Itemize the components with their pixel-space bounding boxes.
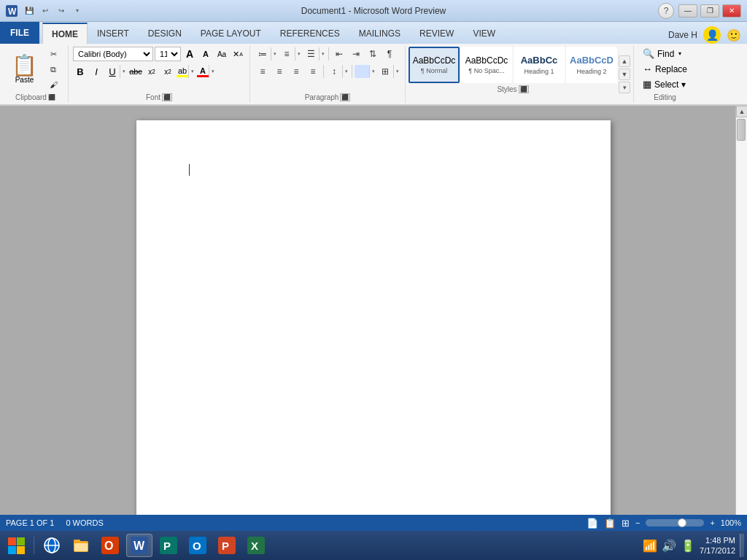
- zoom-slider[interactable]: [646, 519, 704, 526]
- zoom-thumb[interactable]: [678, 518, 686, 527]
- font-name-dropdown[interactable]: Calibri (Body): [73, 47, 153, 61]
- line-spacing-dropdown[interactable]: ▾: [342, 65, 349, 78]
- find-button[interactable]: 🔍 Find ▾: [638, 47, 686, 61]
- tab-mailings[interactable]: MAILINGS: [349, 22, 410, 44]
- taskbar-clock[interactable]: 1:48 PM 7/17/2012: [700, 535, 735, 556]
- multilevel-button[interactable]: ☰: [303, 47, 319, 61]
- font-shrink-button[interactable]: A: [198, 47, 213, 61]
- multilevel-dropdown[interactable]: ▾: [319, 47, 326, 61]
- superscript-button[interactable]: x2: [160, 64, 175, 79]
- tray-battery[interactable]: 🔋: [681, 539, 695, 553]
- show-desktop-button[interactable]: [740, 534, 744, 557]
- numbering-button[interactable]: ≡: [279, 47, 295, 61]
- document-page[interactable]: [136, 120, 611, 515]
- replace-button[interactable]: ↔ Replace: [638, 62, 692, 76]
- tab-home[interactable]: HOME: [42, 23, 88, 44]
- font-size-dropdown[interactable]: 11: [155, 47, 181, 61]
- bold-button[interactable]: B: [73, 64, 88, 79]
- font-case-button[interactable]: Aa: [214, 47, 229, 61]
- taskbar-office[interactable]: O: [97, 534, 123, 557]
- redo-qa-button[interactable]: ↪: [54, 4, 69, 18]
- taskbar-powerpoint[interactable]: P: [214, 534, 240, 557]
- find-dropdown[interactable]: ▾: [678, 50, 681, 57]
- text-highlight-dropdown[interactable]: ▾: [188, 65, 196, 78]
- cut-button[interactable]: ✂: [43, 47, 63, 61]
- tab-insert[interactable]: INSERT: [88, 22, 139, 44]
- style-heading1[interactable]: AaBbCc Heading 1: [514, 47, 565, 83]
- format-painter-button[interactable]: 🖌: [43, 77, 63, 92]
- zoom-minus-button[interactable]: −: [635, 518, 640, 527]
- tab-references[interactable]: REFERENCES: [271, 22, 349, 44]
- shading-button[interactable]: [355, 65, 369, 78]
- align-left-button[interactable]: ≡: [255, 64, 271, 79]
- tab-design[interactable]: DESIGN: [139, 22, 191, 44]
- sort-button[interactable]: ⇅: [365, 47, 381, 61]
- taskbar-explorer[interactable]: [68, 534, 94, 557]
- start-button[interactable]: [3, 534, 29, 557]
- font-color-button[interactable]: A: [197, 66, 209, 77]
- bullets-button[interactable]: ≔: [255, 47, 271, 61]
- taskbar-publisher[interactable]: P: [155, 534, 182, 557]
- font-color-dropdown[interactable]: ▾: [209, 65, 216, 78]
- taskbar-ie[interactable]: [39, 534, 65, 557]
- borders-button[interactable]: ⊞: [377, 64, 393, 79]
- scroll-thumb[interactable]: [737, 119, 746, 141]
- tab-review[interactable]: REVIEW: [410, 22, 463, 44]
- undo-qa-button[interactable]: ↩: [38, 4, 53, 18]
- strikethrough-button[interactable]: abc: [128, 64, 143, 79]
- justify-button[interactable]: ≡: [305, 64, 321, 79]
- font-grow-button[interactable]: A: [182, 47, 197, 61]
- styles-scroll-expand[interactable]: ▾: [619, 82, 630, 93]
- web-layout-button[interactable]: ⊞: [622, 518, 630, 529]
- shading-dropdown[interactable]: ▾: [369, 65, 376, 78]
- line-spacing-button[interactable]: ↕: [326, 64, 342, 79]
- save-qa-button[interactable]: 💾: [22, 4, 36, 18]
- taskbar-outlook[interactable]: O: [185, 534, 211, 557]
- feedback-icon[interactable]: 🙂: [727, 28, 741, 42]
- tab-page-layout[interactable]: PAGE LAYOUT: [191, 22, 271, 44]
- show-formatting-button[interactable]: ¶: [382, 47, 398, 61]
- style-no-spacing[interactable]: AaBbCcDc ¶ No Spac...: [461, 47, 512, 83]
- minimize-button[interactable]: —: [678, 4, 697, 18]
- print-layout-button[interactable]: 📋: [604, 518, 616, 529]
- borders-dropdown[interactable]: ▾: [393, 65, 400, 78]
- read-mode-button[interactable]: 📄: [587, 518, 598, 529]
- scroll-up-button[interactable]: ▲: [736, 106, 747, 117]
- clipboard-expand-icon[interactable]: ⬛: [48, 94, 55, 101]
- scroll-track[interactable]: [736, 117, 747, 515]
- align-right-button[interactable]: ≡: [288, 64, 304, 79]
- help-button[interactable]: ?: [658, 3, 674, 19]
- tab-file[interactable]: FILE: [0, 22, 39, 44]
- align-center-button[interactable]: ≡: [271, 64, 287, 79]
- tab-view[interactable]: VIEW: [463, 22, 505, 44]
- increase-indent-button[interactable]: ⇥: [348, 47, 364, 61]
- copy-button[interactable]: ⧉: [43, 62, 63, 77]
- tray-sound[interactable]: 🔊: [662, 539, 676, 553]
- close-button[interactable]: ✕: [722, 4, 741, 18]
- style-heading2[interactable]: AaBbCcD Heading 2: [566, 47, 617, 83]
- restore-button[interactable]: ❐: [700, 4, 719, 18]
- bullets-dropdown[interactable]: ▾: [271, 47, 278, 61]
- style-normal[interactable]: AaBbCcDc ¶ Normal: [409, 47, 460, 83]
- underline-button[interactable]: U: [105, 64, 120, 79]
- styles-scroll-up[interactable]: ▲: [619, 55, 630, 67]
- decrease-indent-button[interactable]: ⇤: [331, 47, 347, 61]
- taskbar-excel[interactable]: X: [243, 534, 269, 557]
- clear-formatting-button[interactable]: ✕A: [231, 47, 245, 61]
- subscript-button[interactable]: x2: [144, 64, 159, 79]
- document-area[interactable]: ▲ ▼: [0, 106, 747, 515]
- font-expand-icon[interactable]: ⬛: [162, 93, 172, 101]
- styles-scroll-down[interactable]: ▼: [619, 69, 630, 80]
- select-button[interactable]: ▦ Select ▾: [638, 77, 690, 91]
- paste-button[interactable]: 📋 Paste: [7, 54, 42, 85]
- zoom-plus-button[interactable]: +: [710, 518, 714, 527]
- italic-button[interactable]: I: [89, 64, 104, 79]
- numbering-dropdown[interactable]: ▾: [295, 47, 302, 61]
- underline-dropdown[interactable]: ▾: [120, 65, 127, 78]
- paragraph-expand-icon[interactable]: ⬛: [340, 93, 350, 101]
- taskbar-word[interactable]: W: [126, 534, 152, 557]
- text-highlight-button[interactable]: ab: [177, 66, 188, 77]
- styles-expand-icon[interactable]: ⬛: [519, 85, 529, 93]
- qa-customize-button[interactable]: ▾: [70, 4, 85, 18]
- tray-network[interactable]: 📶: [643, 539, 657, 553]
